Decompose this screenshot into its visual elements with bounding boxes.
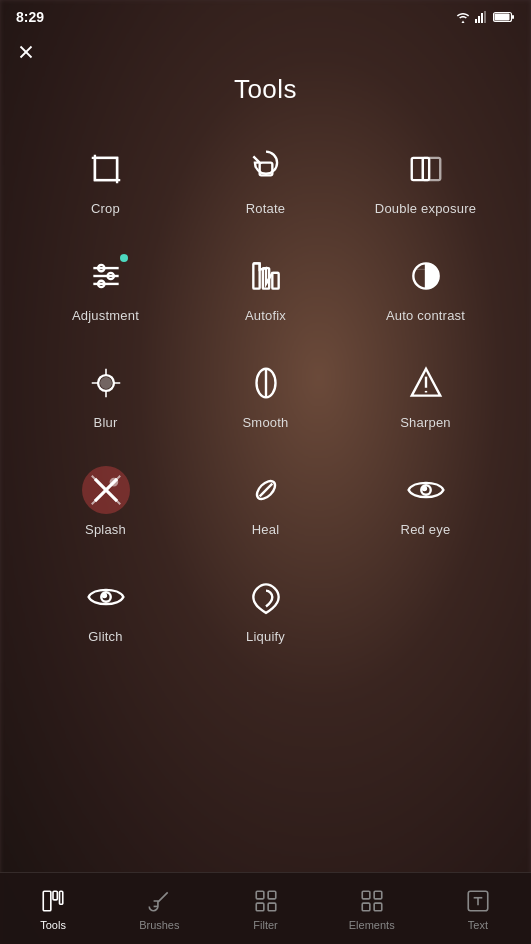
nav-label-filter: Filter <box>253 919 277 931</box>
glitch-icon <box>82 573 130 621</box>
svg-rect-1 <box>478 16 480 23</box>
blur-icon <box>82 359 130 407</box>
nav-label-brushes: Brushes <box>139 919 179 931</box>
svg-rect-9 <box>94 158 116 180</box>
close-button[interactable] <box>8 34 44 70</box>
tool-item-heal[interactable]: Heal <box>186 450 346 549</box>
svg-point-26 <box>101 378 111 388</box>
tool-item-glitch[interactable]: Glitch <box>26 557 186 656</box>
svg-rect-50 <box>374 903 382 911</box>
tool-item-red-eye[interactable]: Red eye <box>346 450 506 549</box>
signal-icon <box>475 11 489 23</box>
glitch-label: Glitch <box>88 629 122 644</box>
filter-nav-icon <box>252 887 280 915</box>
adjustment-indicator <box>120 254 128 262</box>
liquify-icon <box>242 573 290 621</box>
svg-rect-22 <box>272 273 278 289</box>
status-time: 8:29 <box>16 9 44 25</box>
smooth-label: Smooth <box>242 415 288 430</box>
nav-item-brushes[interactable]: Brushes <box>106 879 212 939</box>
svg-rect-5 <box>512 15 514 19</box>
svg-rect-6 <box>495 14 510 21</box>
tool-item-crop[interactable]: Crop <box>26 129 186 228</box>
tool-item-smooth[interactable]: Smooth <box>186 343 346 442</box>
splash-label: Splash <box>85 522 126 537</box>
nav-item-tools[interactable]: Tools <box>0 879 106 939</box>
svg-rect-2 <box>481 13 483 23</box>
crop-label: Crop <box>91 201 120 216</box>
brushes-nav-icon <box>145 887 173 915</box>
svg-rect-47 <box>362 891 370 899</box>
smooth-icon <box>242 359 290 407</box>
auto-contrast-label: Auto contrast <box>386 308 465 323</box>
svg-rect-46 <box>268 903 276 911</box>
svg-rect-41 <box>60 891 63 904</box>
tools-nav-icon <box>39 887 67 915</box>
elements-nav-icon <box>358 887 386 915</box>
heal-label: Heal <box>252 522 280 537</box>
sharpen-label: Sharpen <box>400 415 451 430</box>
svg-rect-44 <box>268 891 276 899</box>
autofix-icon <box>242 252 290 300</box>
svg-rect-39 <box>43 891 51 911</box>
red-eye-icon <box>402 466 450 514</box>
bottom-nav: Tools Brushes Filter <box>0 872 531 944</box>
rotate-label: Rotate <box>246 201 286 216</box>
nav-label-tools: Tools <box>40 919 66 931</box>
autofix-label: Autofix <box>245 308 286 323</box>
sharpen-icon <box>402 359 450 407</box>
svg-rect-49 <box>362 903 370 911</box>
svg-point-38 <box>102 594 105 597</box>
tool-item-sharpen[interactable]: Sharpen <box>346 343 506 442</box>
tools-grid: Crop Rotate Double exposure Adjustment A… <box>26 129 506 656</box>
heal-icon <box>242 466 290 514</box>
crop-icon <box>82 145 130 193</box>
tool-item-splash[interactable]: Splash <box>26 450 186 549</box>
svg-rect-40 <box>53 891 57 900</box>
tool-item-liquify[interactable]: Liquify <box>186 557 346 656</box>
splash-icon <box>82 466 130 514</box>
svg-rect-11 <box>411 158 428 180</box>
double-exposure-icon <box>402 145 450 193</box>
tool-item-auto-contrast[interactable]: Auto contrast <box>346 236 506 335</box>
wifi-icon <box>455 11 471 23</box>
svg-rect-0 <box>475 19 477 23</box>
battery-icon <box>493 11 515 23</box>
nav-item-elements[interactable]: Elements <box>319 879 425 939</box>
double-exposure-label: Double exposure <box>375 201 476 216</box>
svg-rect-45 <box>256 903 264 911</box>
svg-rect-12 <box>422 158 439 180</box>
text-nav-icon <box>464 887 492 915</box>
tools-panel: Tools Crop Rotate Double exposure Adjust… <box>0 74 531 656</box>
svg-rect-48 <box>374 891 382 899</box>
nav-label-elements: Elements <box>349 919 395 931</box>
tool-item-double-exposure[interactable]: Double exposure <box>346 129 506 228</box>
adjustment-icon <box>82 252 130 300</box>
nav-item-filter[interactable]: Filter <box>212 879 318 939</box>
svg-rect-43 <box>256 891 264 899</box>
blur-label: Blur <box>94 415 118 430</box>
status-icons <box>455 11 515 23</box>
nav-item-text[interactable]: Text <box>425 879 531 939</box>
page-title: Tools <box>234 74 297 105</box>
svg-point-36 <box>422 487 425 490</box>
tool-item-adjustment[interactable]: Adjustment <box>26 236 186 335</box>
adjustment-label: Adjustment <box>72 308 139 323</box>
svg-rect-3 <box>484 11 486 23</box>
auto-contrast-icon <box>402 252 450 300</box>
liquify-label: Liquify <box>246 629 285 644</box>
rotate-icon <box>242 145 290 193</box>
tool-item-blur[interactable]: Blur <box>26 343 186 442</box>
tool-item-autofix[interactable]: Autofix <box>186 236 346 335</box>
nav-label-text: Text <box>468 919 488 931</box>
tool-item-rotate[interactable]: Rotate <box>186 129 346 228</box>
red-eye-label: Red eye <box>401 522 451 537</box>
status-bar: 8:29 <box>0 0 531 30</box>
